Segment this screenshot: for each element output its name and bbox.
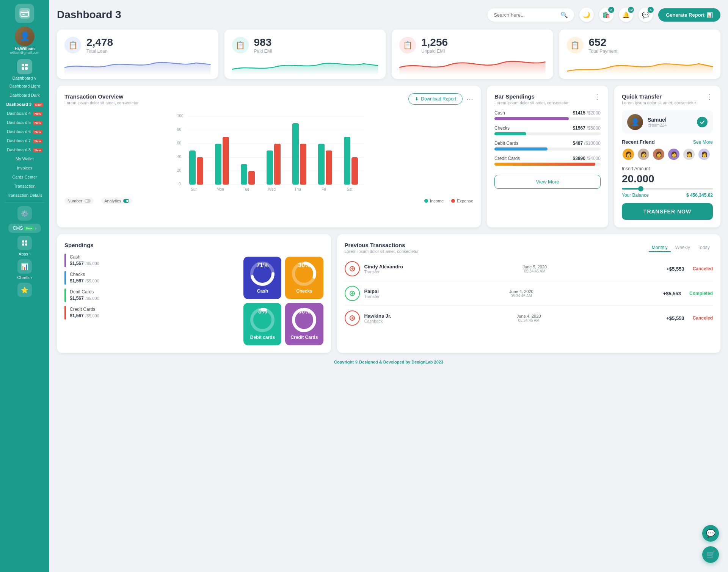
sidebar-item-dashboard5[interactable]: Dashboard 5 New <box>0 118 49 127</box>
friend-avatar-2[interactable]: 👩 <box>637 148 650 161</box>
chart-icon: 📊 <box>707 12 713 18</box>
quick-transfer-selected-user[interactable]: 👤 Samuel @sam224 <box>622 110 713 134</box>
bar-spendings-overflow-menu[interactable]: ⋮ <box>594 93 601 100</box>
sidebar-cms-icon[interactable]: ⚙️ <box>17 206 32 221</box>
spending-indicator-debit <box>64 288 66 302</box>
search-icon: 🔍 <box>560 11 568 19</box>
debit-amount: $487 <box>573 141 583 146</box>
bar-spendings-subtitle: Lorem ipsum dolor sit amet, consectetur <box>494 100 569 105</box>
debit-total: /$10000 <box>584 141 601 146</box>
cart-btn[interactable]: 🛍️ 2 <box>599 8 613 22</box>
spending-item-cash: Cash $1415 /$2000 <box>494 110 601 120</box>
dashboard-nav-label[interactable]: Dashboard ∨ <box>13 76 37 81</box>
apps-label[interactable]: Apps › <box>19 252 31 256</box>
friend-avatar-6[interactable]: 👩 <box>698 148 711 161</box>
analytics-toggle[interactable]: Analytics <box>101 197 132 204</box>
spendings-title: Spendings <box>64 242 323 248</box>
cart-fab[interactable]: 🛒 <box>702 546 719 563</box>
tab-monthly[interactable]: Monthly <box>649 244 671 252</box>
prev-trans-title: Previous Transactions <box>345 242 419 248</box>
search-input[interactable] <box>494 12 557 18</box>
sidebar-logo[interactable] <box>15 4 34 23</box>
middle-section: Transaction Overview Lorem ipsum dolor s… <box>57 86 720 227</box>
sidebar-item-transaction[interactable]: Transaction <box>0 182 49 191</box>
transaction-overflow-menu[interactable]: ⋯ <box>466 96 473 102</box>
footer-text: Copyright © Designed & Developed by <box>334 360 411 364</box>
view-more-button[interactable]: View More <box>494 175 601 189</box>
svg-rect-2 <box>22 14 25 15</box>
sidebar-item-cardscenter[interactable]: Cards Center <box>0 172 49 182</box>
trans-amount-1: +$5,553 <box>666 266 684 272</box>
bar-spendings-list: Cash $1415 /$2000 Checks $1567 /$5000 <box>494 110 601 166</box>
donut-chart-cash <box>249 260 276 287</box>
trans-amount-3: +$5,553 <box>666 315 684 321</box>
sidebar-charts-icon[interactable]: 📊 <box>17 259 32 274</box>
donut-debit: 5% Debit cards <box>243 303 281 345</box>
bar-chart: 100 80 60 40 20 0 Sun Mon Tue <box>64 110 473 194</box>
svg-point-7 <box>22 240 24 243</box>
sidebar-item-dashboard6[interactable]: Dashboard 6 New <box>0 127 49 136</box>
spendings-content: Cash $1,567 /$5,000 Checks $1,56 <box>64 254 323 345</box>
sidebar-item-mywallet[interactable]: My Wallet <box>0 154 49 163</box>
svg-text:Mon: Mon <box>217 187 224 191</box>
sidebar-item-dashboard-light[interactable]: Dashboard Light <box>0 81 49 91</box>
tab-weekly[interactable]: Weekly <box>672 244 693 252</box>
transfer-now-button[interactable]: TRANSFER NOW <box>622 203 713 220</box>
svg-rect-37 <box>274 144 281 185</box>
sidebar-item-dashboard8[interactable]: Dashboard 8 New <box>0 145 49 154</box>
trans-status-3: Canceled <box>693 315 713 321</box>
spending-info-credit: Credit Cards $1,567 /$5,000 <box>70 307 236 319</box>
number-label: Number <box>67 199 82 203</box>
credit-bar-fill <box>494 163 595 166</box>
sidebar-apps-icon[interactable] <box>17 236 32 250</box>
sidebar-item-dashboard-dark[interactable]: Dashboard Dark <box>0 91 49 100</box>
generate-report-button[interactable]: Generate Report 📊 <box>658 8 720 22</box>
charts-label[interactable]: Charts › <box>17 275 32 280</box>
quick-transfer-subtitle: Lorem ipsum dolor sit amet, consectetur <box>622 100 696 105</box>
donut-grid: 71% Cash 30% Checks <box>243 257 323 345</box>
credit-amount: $3890 <box>573 156 585 161</box>
amount-slider-fill <box>622 188 640 190</box>
trans-name-3: Hawkins Jr. <box>364 313 392 319</box>
sidebar-item-invoices[interactable]: Invoices <box>0 163 49 172</box>
message-btn[interactable]: 💬 5 <box>639 8 653 22</box>
stat-card-total-loan: 📋 2,478 Total Loan <box>57 30 218 79</box>
svg-rect-40 <box>318 144 325 185</box>
sidebar-item-dashboard3[interactable]: Dashboard 3 New <box>0 100 49 109</box>
friend-avatar-4[interactable]: 👩 <box>667 148 680 161</box>
download-report-button[interactable]: ⬇ Download Report <box>408 93 463 105</box>
sidebar-item-dashboard4[interactable]: Dashboard 4 New <box>0 109 49 118</box>
donut-debit-label: Debit cards <box>250 335 275 340</box>
bell-btn[interactable]: 🔔 12 <box>619 8 633 22</box>
quick-transfer-overflow-menu[interactable]: ⋮ <box>706 93 713 100</box>
avatar: 👤 <box>15 27 35 46</box>
svg-rect-6 <box>25 67 28 70</box>
donut-cash-label: Cash <box>257 288 268 294</box>
support-fab[interactable]: 💬 <box>702 525 719 542</box>
svg-text:80: 80 <box>177 127 182 132</box>
main-content: Dashboard 3 🔍 🌙 🛍️ 2 🔔 12 💬 5 Generate R… <box>49 0 728 572</box>
svg-rect-32 <box>215 144 221 185</box>
trans-date-2: June 4, 2020 <box>384 289 659 294</box>
sidebar-star-icon[interactable]: ⭐ <box>17 283 32 297</box>
spending-indicator-checks <box>64 271 66 285</box>
see-more-link[interactable]: See More <box>693 139 713 145</box>
amount-slider-track[interactable] <box>622 188 713 190</box>
credit-total: /$4000 <box>587 156 601 161</box>
search-box[interactable]: 🔍 <box>488 8 574 22</box>
transaction-overview-header: Transaction Overview Lorem ipsum dolor s… <box>64 93 473 105</box>
donut-cash: 71% Cash <box>243 257 281 299</box>
friend-avatar-1[interactable]: 👩 <box>622 148 635 161</box>
cash-amount: $1415 <box>573 110 585 116</box>
stat-card-unpaid-emi: 📋 1,256 Unpaid EMI <box>392 30 553 79</box>
tab-today[interactable]: Today <box>695 244 713 252</box>
sidebar-item-transdetails[interactable]: Transaction Details <box>0 191 49 200</box>
sidebar-cms[interactable]: CMS New › <box>8 224 41 233</box>
theme-toggle-btn[interactable]: 🌙 <box>579 8 594 22</box>
number-toggle[interactable]: Number <box>64 197 94 204</box>
spending-indicator-cash <box>64 254 66 267</box>
friend-avatar-3[interactable]: 👩 <box>652 148 665 161</box>
friend-avatar-5[interactable]: 👩 <box>682 148 695 161</box>
sparkline-paid <box>232 56 378 75</box>
sidebar-item-dashboard7[interactable]: Dashboard 7 New <box>0 136 49 145</box>
